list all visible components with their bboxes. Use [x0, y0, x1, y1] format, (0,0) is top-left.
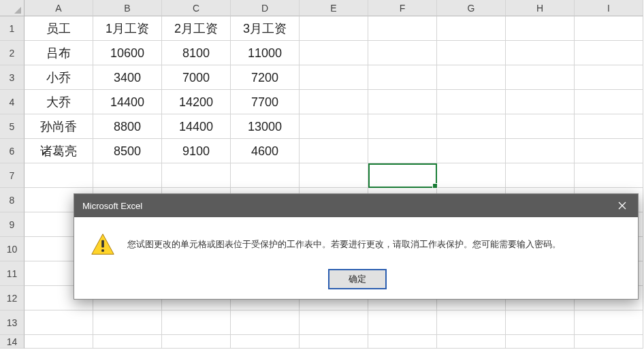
cell-B13[interactable] [93, 310, 162, 335]
cell-B5[interactable]: 8800 [93, 114, 162, 139]
cell-I4[interactable] [575, 90, 643, 114]
cell-H7[interactable] [506, 163, 575, 188]
cell-G3[interactable] [437, 65, 506, 90]
cell-E6[interactable] [300, 139, 368, 163]
cell-G6[interactable] [437, 139, 506, 163]
cell-D2[interactable]: 11000 [231, 41, 300, 65]
cell-G5[interactable] [437, 114, 506, 139]
cell-C14[interactable] [162, 335, 231, 349]
cell-B1[interactable]: 1月工资 [93, 16, 162, 41]
cell-E13[interactable] [300, 310, 368, 335]
col-header-G[interactable]: G [437, 0, 506, 16]
cell-A5[interactable]: 孙尚香 [25, 114, 93, 139]
cell-D6[interactable]: 4600 [231, 139, 300, 163]
cell-C1[interactable]: 2月工资 [162, 16, 231, 41]
cell-I2[interactable] [575, 41, 643, 65]
cell-F14[interactable] [368, 335, 437, 349]
cell-D1[interactable]: 3月工资 [231, 16, 300, 41]
row-header-11[interactable]: 11 [0, 261, 25, 286]
cell-H1[interactable] [506, 16, 575, 41]
dialog-close-button[interactable] [607, 194, 638, 217]
cell-H2[interactable] [506, 41, 575, 65]
cell-H14[interactable] [506, 335, 575, 349]
cell-B6[interactable]: 8500 [93, 139, 162, 163]
cell-C3[interactable]: 7000 [162, 65, 231, 90]
row-header-7[interactable]: 7 [0, 163, 25, 188]
col-header-F[interactable]: F [368, 0, 437, 16]
cell-A13[interactable] [25, 310, 93, 335]
row-header-14[interactable]: 14 [0, 335, 25, 349]
cell-G14[interactable] [437, 335, 506, 349]
cell-A4[interactable]: 大乔 [25, 90, 93, 114]
cell-H13[interactable] [506, 310, 575, 335]
cell-I6[interactable] [575, 139, 643, 163]
col-header-C[interactable]: C [162, 0, 231, 16]
col-header-E[interactable]: E [300, 0, 368, 16]
cell-F13[interactable] [368, 310, 437, 335]
cell-B2[interactable]: 10600 [93, 41, 162, 65]
cell-C5[interactable]: 14400 [162, 114, 231, 139]
cell-A6[interactable]: 诸葛亮 [25, 139, 93, 163]
cell-D13[interactable] [231, 310, 300, 335]
row-header-9[interactable]: 9 [0, 212, 25, 237]
cell-F6[interactable] [368, 139, 437, 163]
cell-D14[interactable] [231, 335, 300, 349]
cell-D3[interactable]: 7200 [231, 65, 300, 90]
cell-A1[interactable]: 员工 [25, 16, 93, 41]
cell-F1[interactable] [368, 16, 437, 41]
cell-C2[interactable]: 8100 [162, 41, 231, 65]
cell-I3[interactable] [575, 65, 643, 90]
cell-I14[interactable] [575, 335, 643, 349]
cell-A3[interactable]: 小乔 [25, 65, 93, 90]
cell-A14[interactable] [25, 335, 93, 349]
cell-H6[interactable] [506, 139, 575, 163]
cell-F3[interactable] [368, 65, 437, 90]
cell-D5[interactable]: 13000 [231, 114, 300, 139]
cell-D7[interactable] [231, 163, 300, 188]
cell-E4[interactable] [300, 90, 368, 114]
cell-F7[interactable] [368, 163, 437, 188]
cell-C4[interactable]: 14200 [162, 90, 231, 114]
col-header-D[interactable]: D [231, 0, 300, 16]
cell-D4[interactable]: 7700 [231, 90, 300, 114]
cell-H3[interactable] [506, 65, 575, 90]
cell-E7[interactable] [300, 163, 368, 188]
cell-F4[interactable] [368, 90, 437, 114]
row-header-1[interactable]: 1 [0, 16, 25, 41]
row-header-13[interactable]: 13 [0, 310, 25, 335]
cell-E3[interactable] [300, 65, 368, 90]
ok-button[interactable]: 确定 [328, 269, 387, 289]
col-header-B[interactable]: B [93, 0, 162, 16]
cell-C6[interactable]: 9100 [162, 139, 231, 163]
row-header-4[interactable]: 4 [0, 90, 25, 114]
row-header-3[interactable]: 3 [0, 65, 25, 90]
row-header-12[interactable]: 12 [0, 286, 25, 310]
cell-B14[interactable] [93, 335, 162, 349]
cell-G13[interactable] [437, 310, 506, 335]
cell-I7[interactable] [575, 163, 643, 188]
cell-F5[interactable] [368, 114, 437, 139]
col-header-I[interactable]: I [575, 0, 643, 16]
row-header-10[interactable]: 10 [0, 237, 25, 261]
cell-H4[interactable] [506, 90, 575, 114]
cell-B4[interactable]: 14400 [93, 90, 162, 114]
cell-E1[interactable] [300, 16, 368, 41]
col-header-H[interactable]: H [506, 0, 575, 16]
cell-I13[interactable] [575, 310, 643, 335]
select-all-corner[interactable] [0, 0, 25, 16]
row-header-8[interactable]: 8 [0, 188, 25, 212]
col-header-A[interactable]: A [25, 0, 93, 16]
cell-E2[interactable] [300, 41, 368, 65]
cell-I1[interactable] [575, 16, 643, 41]
dialog-titlebar[interactable]: Microsoft Excel [74, 194, 638, 217]
cell-E14[interactable] [300, 335, 368, 349]
row-header-5[interactable]: 5 [0, 114, 25, 139]
cell-E5[interactable] [300, 114, 368, 139]
cell-I5[interactable] [575, 114, 643, 139]
row-header-2[interactable]: 2 [0, 41, 25, 65]
cell-G4[interactable] [437, 90, 506, 114]
cell-A7[interactable] [25, 163, 93, 188]
cell-B3[interactable]: 3400 [93, 65, 162, 90]
cell-G1[interactable] [437, 16, 506, 41]
cell-G2[interactable] [437, 41, 506, 65]
